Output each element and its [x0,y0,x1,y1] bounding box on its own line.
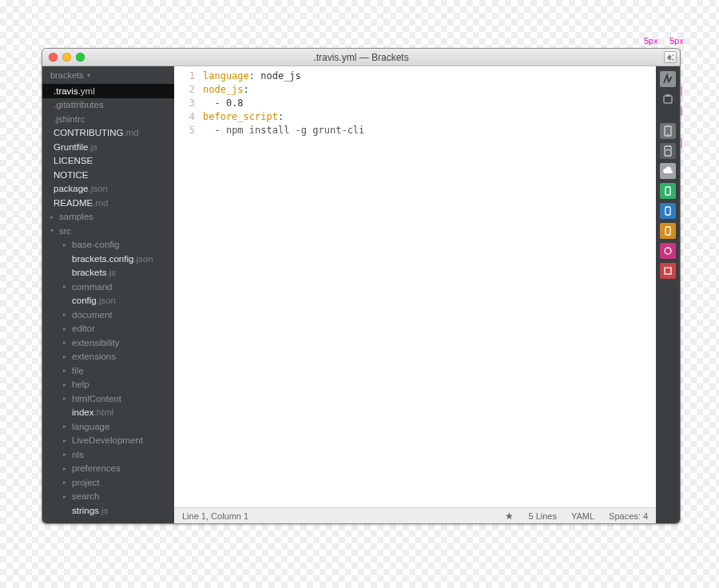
code-line[interactable]: before_script: [203,110,656,124]
disclosure-arrow-icon: ▸ [63,451,70,458]
file-tree-item[interactable]: config.json [42,294,174,308]
file-name: package [54,184,88,193]
file-tree-item[interactable]: ▸preferences [42,462,174,476]
file-ext: .js [88,142,97,152]
code-line[interactable]: node_js: [203,83,656,97]
line-number: 4 [174,110,195,124]
file-ext: .js [99,506,109,515]
file-name: project [72,478,100,487]
code-content[interactable]: language: node_jsnode_js: - 0.8before_sc… [203,70,656,507]
device-preview-icon[interactable] [660,123,676,139]
file-tree-item[interactable]: index.html [42,406,174,420]
file-ext: .json [97,296,116,305]
file-tree-item[interactable]: ▸extensibility [42,336,174,350]
file-name: .travis [54,86,78,96]
file-tree-item[interactable]: brackets.js [42,266,174,280]
file-tree-item[interactable]: ▸samples [42,210,174,224]
file-tree-item[interactable]: ▸file [42,364,174,378]
file-ext: .js [106,268,116,277]
file-tree[interactable]: .travis.yml.gitattributes.jshintrcCONTRI… [42,84,174,523]
minimize-icon[interactable] [62,53,71,62]
disclosure-arrow-icon: ▸ [63,325,70,332]
file-tree-item[interactable]: ▸help [42,378,174,392]
ext-red-icon[interactable] [660,263,676,279]
file-tree-item[interactable]: ▸base-config [42,238,174,252]
file-tree-item[interactable]: ▸extensions [42,350,174,364]
close-icon[interactable] [49,53,58,62]
star-icon[interactable]: ★ [505,511,514,522]
code-area[interactable]: 12345 language: node_jsnode_js: - 0.8bef… [174,66,656,507]
disclosure-arrow-icon: ▸ [50,213,57,220]
code-line[interactable]: language: node_js [203,70,656,83]
file-tree-item[interactable]: ▸language [42,419,174,434]
ext-orange-icon[interactable] [660,223,676,239]
statusbar: Line 1, Column 1 ★ 5 Lines YAML Spaces: … [174,507,656,523]
file-tree-item[interactable]: brackets.config.json [42,252,174,266]
file-tree-item[interactable]: ▸project [42,475,174,490]
file-tree-item[interactable]: NOTICE [42,168,174,182]
file-ext: .md [124,128,139,137]
file-name: search [72,491,100,501]
code-line[interactable]: - 0.8 [203,97,656,110]
ext-green-icon[interactable] [660,183,676,199]
file-tree-item[interactable]: ▾src [42,224,174,238]
file-name: CONTRIBUTING [54,128,124,137]
status-spaces[interactable]: Spaces: 4 [609,511,648,521]
sync-icon[interactable] [660,143,676,159]
file-tree-item[interactable]: .jshintrc [42,112,174,126]
extension-manager-icon[interactable] [660,91,676,107]
file-tree-item[interactable]: Gruntfile.js [42,140,174,154]
file-tree-item[interactable]: ▸search [42,490,174,504]
file-tree-item[interactable]: ▸document [42,308,174,322]
file-tree-item[interactable]: .travis.yml [42,84,174,98]
svg-point-3 [667,133,669,135]
file-tree-item[interactable]: ▸nls [42,447,174,462]
cloud-icon[interactable] [660,163,676,179]
file-tree-item[interactable]: package.json [42,182,174,197]
file-name: .jshintrc [54,114,85,124]
file-name: LiveDevelopment [72,435,143,445]
status-mode[interactable]: YAML [571,511,594,521]
disclosure-arrow-icon: ▸ [63,423,70,430]
disclosure-arrow-icon: ▸ [63,493,70,500]
file-tree-item[interactable]: ▸LiveDevelopment [42,434,174,448]
file-ext: .yml [78,86,95,96]
svg-rect-7 [665,227,670,235]
file-name: README [54,198,93,208]
file-name: document [72,310,113,320]
svg-point-8 [665,248,671,254]
status-cursor: Line 1, Column 1 [182,511,248,521]
file-name: extensibility [72,338,119,348]
file-name: nls [72,450,84,459]
file-tree-item[interactable]: ▸editor [42,322,174,336]
fullscreen-button[interactable] [664,51,677,63]
file-tree-item[interactable]: ▸command [42,280,174,294]
sidebar-project-header[interactable]: brackets ▾ [42,66,174,84]
anno-5px-b: 5px [669,36,684,46]
file-tree-item[interactable]: .gitattributes [42,98,174,113]
ext-blue-icon[interactable] [660,203,676,219]
file-tree-item[interactable]: strings.js [42,503,174,518]
file-tree-item[interactable]: LICENSE [42,154,174,169]
file-name: file [72,366,84,375]
right-toolbar [656,66,680,523]
disclosure-arrow-icon: ▸ [63,367,70,374]
file-name: LICENSE [54,156,93,165]
file-tree-item[interactable]: CONTRIBUTING.md [42,126,174,141]
disclosure-arrow-icon: ▸ [63,311,70,318]
zoom-icon[interactable] [76,53,85,62]
file-name: samples [59,212,93,221]
file-tree-item[interactable]: ▸htmlContent [42,391,174,406]
titlebar[interactable]: .travis.yml — Brackets [42,49,680,66]
sidebar: brackets ▾ .travis.yml.gitattributes.jsh… [42,66,174,523]
ext-magenta-icon[interactable] [660,243,676,259]
file-name: brackets [72,268,106,277]
file-tree-item[interactable]: README.md [42,196,174,210]
disclosure-arrow-icon: ▸ [63,353,70,360]
file-ext: .html [94,407,114,417]
disclosure-arrow-icon: ▸ [63,479,70,486]
file-name: .gitattributes [54,100,104,109]
live-preview-icon[interactable] [660,71,676,87]
code-line[interactable]: - npm install -g grunt-cli [203,124,656,137]
disclosure-arrow-icon: ▾ [50,227,57,234]
